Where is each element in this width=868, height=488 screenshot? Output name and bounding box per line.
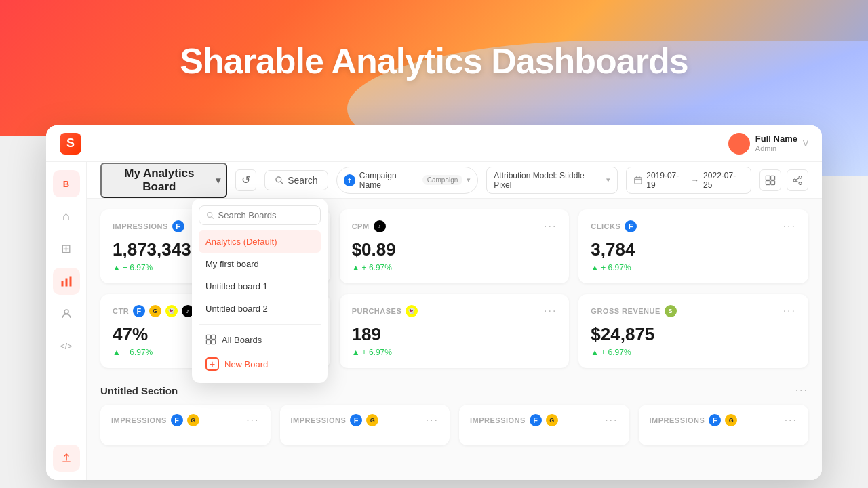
svg-rect-7 <box>766 176 770 180</box>
svg-rect-15 <box>206 335 210 339</box>
card-label: IMPRESSIONS f G <box>291 414 379 426</box>
dropdown-item-untitled-1[interactable]: Untitled board 1 <box>199 275 321 298</box>
svg-point-5 <box>276 177 281 182</box>
logo-icon: S <box>60 133 81 155</box>
refresh-button[interactable]: ↺ <box>235 169 256 191</box>
card-header: IMPRESSIONS f G ··· <box>111 414 260 426</box>
board-search-field[interactable] <box>199 205 321 225</box>
logo-area: S <box>60 133 92 155</box>
toolbar-right <box>760 169 808 191</box>
svg-rect-2 <box>69 277 71 287</box>
card-menu-button[interactable]: ··· <box>783 220 796 232</box>
dropdown-item-my-first-board[interactable]: My first board <box>199 253 321 275</box>
fb-icon: f <box>709 414 721 426</box>
dropdown-item-untitled-2[interactable]: Untitled board 2 <box>199 298 321 320</box>
card-menu-button[interactable]: ··· <box>605 414 618 426</box>
card-header: IMPRESSIONS f G ··· <box>470 414 618 426</box>
top-bar: S Full Name Admin V <box>46 125 822 162</box>
svg-rect-6 <box>634 177 641 184</box>
user-info: Full Name Admin <box>755 134 797 153</box>
svg-rect-4 <box>62 462 71 463</box>
section-menu-button[interactable]: ··· <box>795 384 808 396</box>
share-button[interactable] <box>787 169 808 191</box>
top-bar-right: Full Name Admin V <box>728 133 808 155</box>
ga-icon: G <box>725 414 737 426</box>
board-title-text: My Analytics Board <box>107 167 212 194</box>
hero-title: Sharable Analytics Dashboards <box>180 41 688 81</box>
card-menu-button[interactable]: ··· <box>426 414 439 426</box>
ga-icon: G <box>149 305 161 317</box>
date-to: 2022-07-25 <box>703 171 744 190</box>
card-menu-button[interactable]: ··· <box>544 220 557 232</box>
dropdown-divider <box>199 324 321 325</box>
all-boards-button[interactable]: All Boards <box>199 329 321 350</box>
boards-dropdown: Analytics (Default) My first board Untit… <box>192 199 328 383</box>
svg-rect-0 <box>61 281 63 287</box>
svg-point-13 <box>799 182 802 184</box>
section-title: Untitled Section <box>100 385 178 396</box>
user-role: Admin <box>755 144 797 153</box>
svg-rect-16 <box>212 335 216 339</box>
card-menu-button[interactable]: ··· <box>246 414 259 426</box>
dropdown-item-analytics[interactable]: Analytics (Default) <box>199 230 321 253</box>
metric-card-purchases: PURCHASES 👻 ··· 189 ▲ + 6.97% <box>340 294 570 368</box>
svg-rect-8 <box>771 176 775 180</box>
search-label: Search <box>288 175 317 186</box>
fb-icon: f <box>172 220 184 232</box>
card-header: IMPRESSIONS f G ··· <box>291 414 439 426</box>
toolbar: My Analytics Board ▾ ↺ Search f Campaign… <box>87 162 822 199</box>
tiktok-icon: ♪ <box>374 220 386 232</box>
attribution-button[interactable]: Attribution Model: Stiddle Pixel ▾ <box>486 167 617 194</box>
board-search-input[interactable] <box>218 210 313 220</box>
card-label: PURCHASES 👻 <box>352 305 418 317</box>
bottom-card-3: IMPRESSIONS f G ··· <box>639 405 809 445</box>
svg-rect-17 <box>206 340 210 344</box>
campaign-tag: Campaign <box>422 175 463 185</box>
svg-rect-10 <box>771 180 775 184</box>
bottom-card-1: IMPRESSIONS f G ··· <box>280 405 450 445</box>
svg-point-12 <box>793 179 796 182</box>
new-board-button[interactable]: + New Board <box>199 352 321 376</box>
dropdown-footer: All Boards + New Board <box>199 329 321 376</box>
user-dropdown-icon[interactable]: V <box>803 139 808 148</box>
new-board-label: New Board <box>224 359 268 369</box>
card-label: CLICKS f <box>591 220 637 232</box>
main-panel: My Analytics Board ▾ ↺ Search f Campaign… <box>87 162 822 480</box>
metric-card-revenue: GROSS REVENUE S ··· $24,875 ▲ + 6.97% <box>578 294 808 368</box>
metric-value: 3,784 <box>591 239 796 260</box>
layout-button[interactable] <box>760 169 781 191</box>
metric-card-cpm: CPM ♪ ··· $0.89 ▲ + 6.97% <box>340 209 570 283</box>
sidebar-item-home[interactable]: ⌂ <box>53 203 80 230</box>
facebook-icon: f <box>344 174 355 186</box>
card-menu-button[interactable]: ··· <box>544 305 557 317</box>
sidebar-item-b[interactable]: B <box>53 170 80 197</box>
metric-value: 189 <box>352 324 557 345</box>
campaign-filter-button[interactable]: f Campaign Name Campaign ▾ <box>336 167 479 194</box>
board-title-button[interactable]: My Analytics Board ▾ <box>100 163 227 198</box>
new-board-plus-icon: + <box>205 357 219 371</box>
sidebar-item-upload[interactable] <box>53 445 80 472</box>
svg-rect-9 <box>766 180 770 184</box>
metric-change: ▲ + 6.97% <box>591 263 796 272</box>
trend-up-icon: ▲ <box>591 263 599 272</box>
card-menu-button[interactable]: ··· <box>783 305 796 317</box>
sidebar-item-analytics[interactable] <box>53 268 80 295</box>
date-arrow-icon: → <box>691 176 699 185</box>
sidebar-item-grid[interactable]: ⊞ <box>53 235 80 262</box>
svg-rect-1 <box>65 279 67 287</box>
app-window: S Full Name Admin V B ⌂ ⊞ <box>46 125 822 480</box>
bottom-card-2: IMPRESSIONS f G ··· <box>459 405 629 445</box>
all-boards-label: All Boards <box>222 335 262 345</box>
date-range-button[interactable]: 2019-07-19 → 2022-07-25 <box>626 167 751 194</box>
sidebar-item-users[interactable] <box>53 300 80 327</box>
card-menu-button[interactable]: ··· <box>785 414 797 426</box>
sidebar-item-code[interactable]: </> <box>53 333 80 360</box>
content-area: B ⌂ ⊞ </> My An <box>46 162 822 480</box>
search-button[interactable]: Search <box>264 170 328 190</box>
trend-up-icon: ▲ <box>352 348 360 357</box>
card-label: IMPRESSIONS f G <box>111 414 199 426</box>
fb-icon: f <box>350 414 362 426</box>
user-name: Full Name <box>755 134 797 144</box>
card-label: GROSS REVENUE S <box>591 305 676 317</box>
shopify-icon: S <box>665 305 677 317</box>
